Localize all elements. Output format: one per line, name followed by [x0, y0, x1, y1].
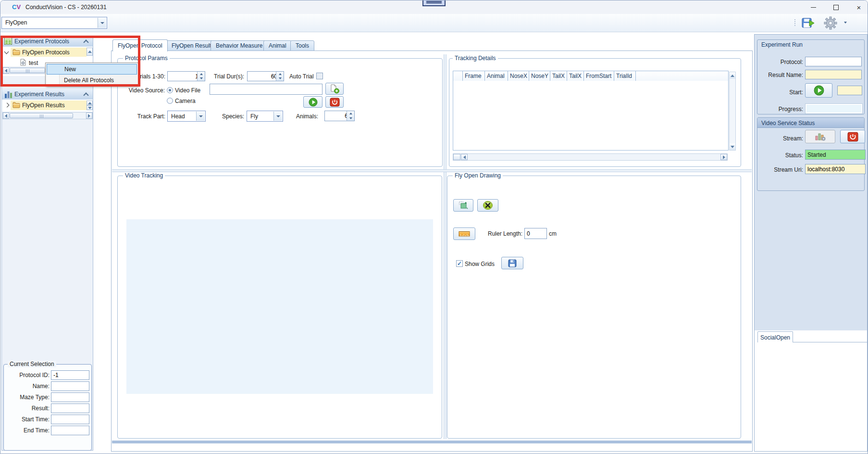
save-grids-button[interactable] [501, 257, 523, 269]
result-name-field[interactable] [805, 70, 862, 79]
start-value-field[interactable] [837, 86, 862, 95]
dropdown-button[interactable] [273, 112, 282, 121]
stream-uri-field[interactable] [805, 164, 866, 174]
ruler-length-field[interactable] [524, 228, 547, 239]
results-scroll-down-button[interactable] [87, 105, 93, 110]
save-export-button[interactable] [799, 15, 818, 30]
scroll-right-button[interactable] [720, 154, 727, 160]
tree-scroll-up-button[interactable] [87, 48, 93, 56]
status-label: Status: [761, 152, 803, 159]
project-combobox[interactable]: FlyOpen [1, 17, 107, 29]
bottom-splitter[interactable] [112, 441, 752, 443]
tree-item-test[interactable]: test [29, 60, 38, 66]
animals-input[interactable] [325, 111, 349, 121]
draw-shape-button[interactable] [453, 199, 473, 212]
spin-down-icon[interactable] [198, 76, 205, 81]
app-logo-icon: CV [12, 3, 21, 11]
protocols-panel-header[interactable]: Experiment Protocols [2, 36, 93, 47]
video-file-radio[interactable] [167, 87, 173, 93]
dropdown-button[interactable] [196, 112, 205, 121]
scroll-down-button[interactable] [730, 143, 735, 150]
name-field[interactable] [51, 381, 89, 391]
scroll-left-button[interactable] [3, 113, 9, 119]
end-time-field[interactable] [51, 426, 89, 435]
col-tailx2[interactable]: TailX [567, 71, 584, 81]
tab-behavior-measure[interactable]: Behavior Measure [211, 40, 268, 51]
track-part-dropdown[interactable]: Head [167, 111, 206, 122]
minimize-button[interactable] [802, 0, 824, 14]
tab-flyopen-protocol[interactable]: FlyOpen Protocol [112, 39, 168, 51]
video-stop-button[interactable] [325, 96, 344, 108]
scroll-thumb[interactable] [10, 113, 73, 118]
collapse-chevron-icon[interactable] [83, 92, 88, 98]
stream-stop-button[interactable] [840, 130, 865, 143]
run-protocol-field[interactable] [805, 57, 862, 66]
settings-button[interactable] [821, 15, 840, 30]
minimize-icon [811, 7, 816, 8]
trial-dur-input[interactable] [248, 72, 279, 81]
col-nosex[interactable]: NoseX [508, 71, 529, 81]
clear-drawing-button[interactable] [477, 199, 498, 212]
spin-down-icon[interactable] [276, 76, 284, 81]
tab-socialopen[interactable]: SocialOpen [757, 331, 793, 342]
fly-open-drawing-group [447, 176, 741, 439]
project-combobox-dropdown-button[interactable] [98, 18, 106, 28]
tree-item-flyopen-results[interactable]: FlyOpen Results [22, 102, 65, 109]
end-time-label: End Time: [6, 427, 50, 434]
col-trialid[interactable]: TrialId [614, 71, 636, 81]
scroll-thumb[interactable] [10, 68, 45, 73]
trials-stepper[interactable] [167, 71, 205, 81]
stream-settings-button[interactable] [805, 130, 835, 143]
start-run-button[interactable] [805, 83, 832, 98]
results-scroll-up-button[interactable] [87, 101, 93, 105]
tab-tools[interactable]: Tools [290, 40, 314, 51]
video-file-path-field[interactable] [210, 84, 322, 95]
show-grids-checkbox[interactable]: ✓ [456, 260, 463, 267]
col-tailx[interactable]: TailX [550, 71, 567, 81]
scroll-left-button[interactable] [3, 67, 9, 74]
expander-closed-icon[interactable] [5, 103, 10, 108]
result-field[interactable] [51, 404, 89, 413]
toolbar-overflow-button[interactable] [842, 19, 849, 26]
horizontal-splitter[interactable] [112, 169, 752, 172]
start-time-field[interactable] [51, 415, 89, 424]
maximize-button[interactable] [825, 0, 847, 14]
camera-radio[interactable] [167, 98, 173, 104]
video-play-button[interactable] [303, 96, 322, 108]
col-nosey[interactable]: NoseY [529, 71, 550, 81]
scroll-right-button[interactable] [86, 113, 92, 119]
ruler-button[interactable] [453, 227, 475, 240]
tab-flyopen-result[interactable]: FlyOpen Result [166, 40, 217, 51]
expander-open-icon[interactable] [4, 50, 9, 54]
menu-item-new[interactable]: New [47, 64, 137, 75]
tree-item-flyopen-protocols[interactable]: FlyOpen Protocols [22, 49, 70, 56]
spin-down-icon[interactable] [347, 116, 354, 121]
video-canvas[interactable] [126, 219, 433, 394]
col-animal[interactable]: Animal [485, 71, 508, 81]
spin-up-icon[interactable] [347, 111, 354, 116]
species-dropdown[interactable]: Fly [247, 111, 283, 122]
menu-item-delete-all-protocols[interactable]: Delete All Protocols [47, 75, 137, 86]
animals-stepper[interactable] [324, 111, 355, 121]
toolbar-grip[interactable] [794, 19, 795, 20]
col-fromstart[interactable]: FromStart [584, 71, 614, 81]
protocol-id-label: Protocol ID: [6, 372, 50, 378]
tab-animal[interactable]: Animal [263, 40, 292, 51]
scroll-up-button[interactable] [730, 72, 735, 79]
results-panel-header[interactable]: Experiment Results [2, 89, 93, 100]
document-gear-icon [20, 59, 27, 66]
scroll-left-button[interactable] [461, 154, 468, 160]
add-video-file-button[interactable] [325, 83, 344, 95]
close-button[interactable]: × [848, 0, 868, 14]
protocol-id-field[interactable] [51, 370, 89, 380]
maze-type-field[interactable] [51, 392, 89, 402]
vertical-splitter[interactable] [444, 54, 446, 439]
spin-up-icon[interactable] [276, 72, 284, 76]
spin-up-icon[interactable] [198, 72, 205, 76]
trials-input[interactable] [168, 72, 200, 81]
auto-trial-checkbox[interactable] [316, 73, 323, 79]
collapse-chevron-icon[interactable] [83, 39, 88, 45]
col-frame[interactable]: Frame [463, 71, 485, 81]
trial-dur-stepper[interactable] [247, 71, 284, 81]
snap-indicator-icon [422, 0, 446, 6]
